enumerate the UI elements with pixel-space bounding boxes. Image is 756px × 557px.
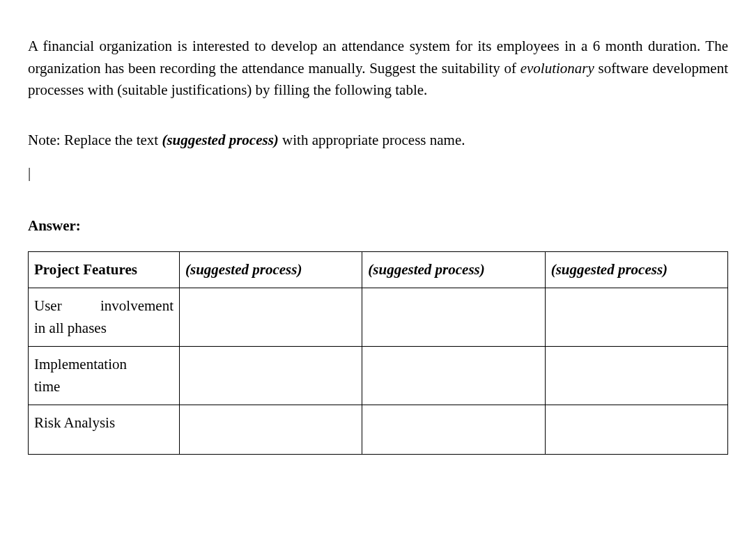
cell-r1-c2: [180, 347, 362, 405]
row-label-risk-analysis: Risk Analysis: [29, 405, 180, 455]
table-header-row: Project Features (suggested process) (su…: [29, 251, 728, 288]
cell-r1-c4: [545, 347, 727, 405]
row-label-implementation-time: Implementation time: [29, 347, 180, 405]
text-cursor: |: [28, 166, 728, 180]
note-paragraph: Note: Replace the text (suggested proces…: [28, 130, 728, 152]
header-process-2: (suggested process): [362, 251, 545, 288]
row-label-line1: Risk Analysis: [34, 412, 173, 434]
answer-table: Project Features (suggested process) (su…: [28, 251, 728, 455]
cell-r2-c4: [545, 405, 727, 455]
cell-r1-c3: [362, 347, 545, 405]
row-label-line1: User involvement: [34, 295, 173, 317]
answer-label-text: Answer:: [28, 217, 81, 234]
table-row: Implementation time: [29, 347, 728, 405]
table-row: User involvement in all phases: [29, 288, 728, 347]
note-pre: Note: Replace the text: [28, 132, 162, 148]
answer-label: Answer:: [28, 215, 728, 237]
row-label-user-involvement: User involvement in all phases: [29, 288, 180, 347]
cell-r0-c4: [545, 288, 727, 347]
row-label-line1: Implementation: [34, 354, 173, 376]
cell-r0-c3: [362, 288, 545, 347]
table-row: Risk Analysis: [29, 405, 728, 455]
cell-r2-c3: [362, 405, 545, 455]
header-process-1: (suggested process): [180, 251, 362, 288]
note-post: with appropriate process name.: [279, 132, 465, 148]
header-project-features: Project Features: [29, 251, 180, 288]
cell-r0-c2: [180, 288, 362, 347]
intro-paragraph: A financial organization is interested t…: [28, 36, 728, 102]
header-process-3: (suggested process): [545, 251, 727, 288]
note-bi: (suggested process): [162, 132, 278, 148]
row-label-line2: time: [34, 376, 173, 398]
row-label-line2: in all phases: [34, 317, 173, 340]
cell-r2-c2: [180, 405, 362, 455]
intro-em: evolutionary: [520, 60, 594, 77]
